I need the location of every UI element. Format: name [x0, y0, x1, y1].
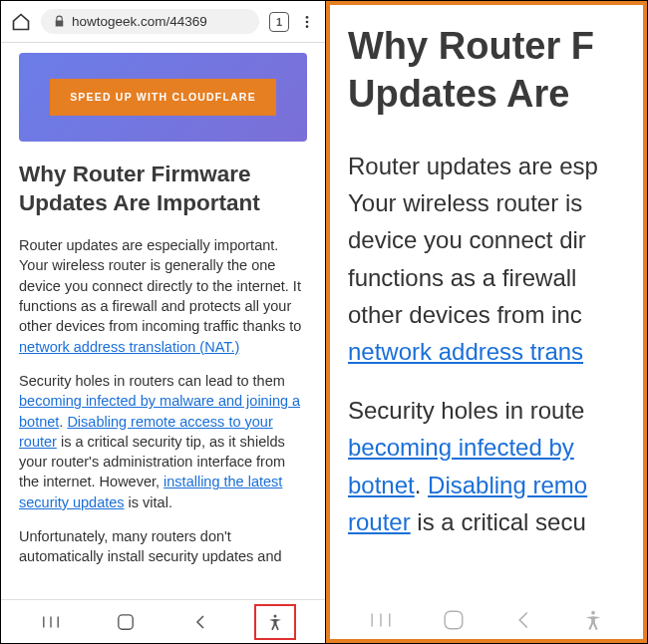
- svg-rect-6: [119, 614, 133, 628]
- svg-point-7: [274, 614, 277, 617]
- paragraph-1: Router updates are especially important.…: [19, 235, 307, 357]
- home-icon[interactable]: [11, 12, 31, 32]
- svg-rect-11: [445, 611, 463, 629]
- back-button[interactable]: [179, 604, 221, 640]
- android-nav-bar: [1, 599, 325, 643]
- paragraph-3: Unfortunately, many routers don't automa…: [19, 526, 307, 567]
- zoom-nav-bar: [330, 609, 643, 635]
- tab-count-button[interactable]: 1: [269, 12, 289, 32]
- zoom-paragraph-1: Router updates are esp Your wireless rou…: [348, 148, 643, 370]
- paragraph-2: Security holes in routers can lead to th…: [19, 371, 307, 512]
- zoom-accessibility-button[interactable]: [582, 609, 604, 635]
- url-text: howtogeek.com/44369: [72, 14, 207, 29]
- page-content: SPEED UP WITH CLOUDFLARE Why Router Firm…: [1, 43, 325, 599]
- svg-point-1: [306, 20, 309, 23]
- ad-banner[interactable]: SPEED UP WITH CLOUDFLARE: [19, 53, 307, 142]
- home-button[interactable]: [105, 604, 147, 640]
- svg-point-12: [591, 611, 595, 615]
- zoom-paragraph-2: Security holes in route becoming infecte…: [348, 392, 643, 540]
- zoom-link-botnet[interactable]: becoming infected by: [348, 434, 574, 461]
- phone-screen-normal: howtogeek.com/44369 1 SPEED UP WITH CLOU…: [1, 1, 326, 643]
- phone-screen-zoomed: Why Router F Updates Are Router updates …: [326, 1, 647, 643]
- browser-address-bar: howtogeek.com/44369 1: [1, 1, 325, 43]
- accessibility-button[interactable]: [254, 604, 296, 640]
- svg-point-0: [306, 16, 309, 19]
- banner-button[interactable]: SPEED UP WITH CLOUDFLARE: [50, 79, 276, 116]
- zoom-home-button[interactable]: [443, 609, 465, 635]
- zoom-back-button[interactable]: [515, 610, 531, 634]
- recents-button[interactable]: [30, 604, 72, 640]
- menu-icon[interactable]: [299, 14, 315, 30]
- article-heading: Why Router Firmware Updates Are Importan…: [19, 160, 307, 218]
- zoom-link-nat[interactable]: network address trans: [348, 338, 583, 365]
- zoom-recents-button[interactable]: [370, 611, 392, 633]
- url-field[interactable]: howtogeek.com/44369: [41, 9, 259, 34]
- lock-icon: [53, 15, 66, 28]
- zoom-heading: Why Router F Updates Are: [348, 23, 643, 118]
- zoom-link-botnet-2[interactable]: botnet: [348, 472, 415, 498]
- zoom-link-router[interactable]: router: [348, 508, 411, 535]
- zoom-link-remote[interactable]: Disabling remo: [428, 472, 587, 498]
- link-nat[interactable]: network address translation (NAT.): [19, 339, 239, 355]
- svg-point-2: [306, 25, 309, 28]
